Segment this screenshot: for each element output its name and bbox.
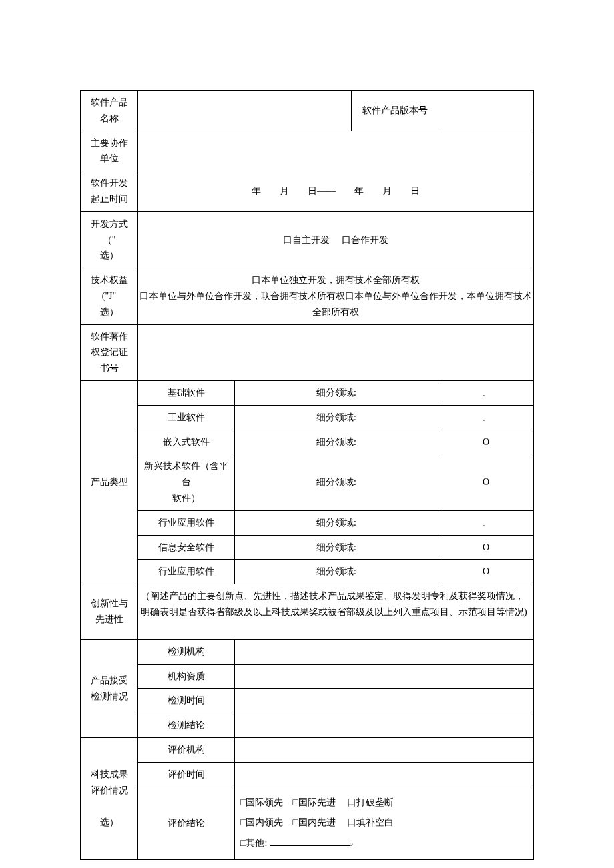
tech-rights-opt-1[interactable]: 口本单位独立开发，拥有技术全部所有权 (139, 272, 532, 288)
eval-time-value[interactable] (235, 762, 534, 787)
product-type-label: 产品类型 (81, 380, 138, 584)
eval-opt-dom-lead[interactable]: □国内领先 (240, 817, 283, 827)
ptype-mark-2[interactable]: O (438, 430, 534, 454)
eval-result-label: 评价结论 (138, 787, 235, 859)
eval-label: 科技成果 评价情况 选） (81, 737, 138, 859)
eval-opt-intl-adv[interactable]: □国际先进 (292, 797, 335, 807)
eval-opt-dom-adv[interactable]: □国内先进 (292, 817, 335, 827)
ptype-sub-1: 细分领域: (235, 405, 438, 430)
ptype-mark-5[interactable]: O (438, 535, 534, 560)
eval-time-label: 评价时间 (138, 762, 235, 787)
tech-rights-label: 技术权益 ("J" 选） (81, 268, 138, 324)
ptype-sub-5: 细分领域: (235, 535, 438, 560)
tech-rights-opt-2[interactable]: 口本单位与外单位合作开发，联合拥有技术所有权口本单位与外单位合作开发，本单位拥有… (139, 288, 532, 320)
innovation-text[interactable]: （阐述产品的主要创新点、先进性，描述技术产品成果鉴定、取得发明专利及获得奖项情况… (138, 584, 534, 640)
ptype-sub-3: 细分领域: (235, 454, 438, 510)
ptype-name-0: 基础软件 (138, 380, 235, 405)
inspection-result-value[interactable] (235, 713, 534, 738)
product-name-value[interactable] (138, 91, 352, 131)
ptype-sub-0: 细分领域: (235, 380, 438, 405)
ptype-name-1: 工业软件 (138, 405, 235, 430)
dev-mode-label: 开发方式 （" 选） (81, 211, 138, 268)
eval-other-period: o (350, 840, 353, 847)
ptype-sub-2: 细分领域: (235, 430, 438, 454)
copyright-label: 软件著作 权登记证 书号 (81, 324, 138, 380)
eval-opt-other-input[interactable] (270, 836, 350, 846)
inspection-qual-value[interactable] (235, 664, 534, 689)
tech-rights-options[interactable]: 口本单位独立开发，拥有技术全部所有权 口本单位与外单位合作开发，联合拥有技术所有… (138, 268, 534, 324)
inspection-qual-label: 机构资质 (138, 664, 235, 689)
dev-period-value[interactable]: 年 月 日—— 年 月 日 (138, 171, 534, 212)
dev-mode-opt-self[interactable]: 口自主开发 (283, 235, 330, 245)
inspection-time-label: 检测时间 (138, 689, 235, 713)
eval-opt-break-monopoly[interactable]: 口打破垄断 (347, 797, 394, 807)
eval-opt-fill-blank[interactable]: 口填补空白 (347, 817, 394, 827)
eval-org-value[interactable] (235, 737, 534, 762)
ptype-name-5: 信息安全软件 (138, 535, 235, 560)
version-value[interactable] (438, 91, 534, 131)
eval-org-label: 评价机构 (138, 737, 235, 762)
copyright-value[interactable] (138, 324, 534, 380)
ptype-name-4: 行业应用软件 (138, 510, 235, 535)
dev-period-label: 软件开发 起止时间 (81, 171, 138, 212)
version-label: 软件产品版本号 (352, 91, 438, 131)
coop-unit-value[interactable] (138, 131, 534, 171)
eval-opt-intl-lead[interactable]: □国际领先 (240, 797, 283, 807)
inspection-org-value[interactable] (235, 639, 534, 664)
ptype-name-3: 新兴技术软件（含平台 软件） (138, 454, 235, 510)
ptype-name-6: 行业应用软件 (138, 560, 235, 584)
ptype-mark-4[interactable]: 。 (438, 510, 534, 535)
ptype-sub-6: 细分领域: (235, 560, 438, 584)
inspection-label: 产品接受 检测情况 (81, 639, 138, 737)
eval-opt-other-label[interactable]: □其他: (240, 838, 267, 848)
coop-unit-label: 主要协作 单位 (81, 131, 138, 171)
ptype-mark-6[interactable]: O (438, 560, 534, 584)
innovation-label: 创新性与 先进性 (81, 584, 138, 640)
eval-result-options[interactable]: □国际领先 □国际先进 口打破垄断 □国内领先 □国内先进 口填补空白 □其他:… (235, 787, 534, 859)
form-table: 软件产品 名称 软件产品版本号 主要协作 单位 软件开发 起止时间 年 月 日—… (80, 90, 534, 860)
dev-mode-opt-coop[interactable]: 口合作开发 (342, 235, 388, 245)
inspection-time-value[interactable] (235, 689, 534, 713)
inspection-org-label: 检测机构 (138, 639, 235, 664)
inspection-result-label: 检测结论 (138, 713, 235, 738)
ptype-sub-4: 细分领域: (235, 510, 438, 535)
ptype-mark-0[interactable]: 。 (438, 380, 534, 405)
ptype-mark-3[interactable]: O (438, 454, 534, 510)
ptype-mark-1[interactable]: 。 (438, 405, 534, 430)
dev-mode-options[interactable]: 口自主开发 口合作开发 (138, 211, 534, 268)
ptype-name-2: 嵌入式软件 (138, 430, 235, 454)
product-name-label: 软件产品 名称 (81, 91, 138, 131)
